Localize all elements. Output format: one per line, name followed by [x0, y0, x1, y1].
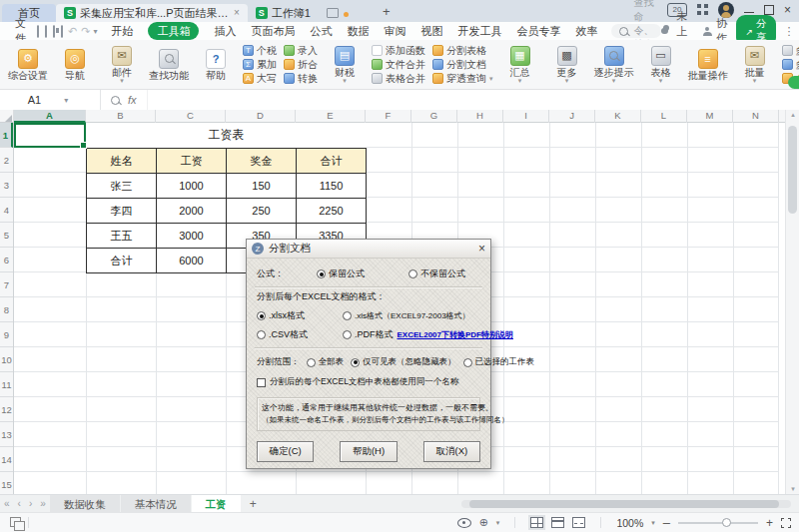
eye-protection-icon[interactable]: [457, 518, 471, 528]
print-icon[interactable]: [53, 25, 55, 38]
table-cell[interactable]: 张三: [87, 174, 157, 199]
row-header-14[interactable]: 14: [0, 447, 13, 472]
more-options-icon[interactable]: [784, 25, 795, 38]
sheet-tab-data-collection[interactable]: 数据收集: [50, 495, 120, 513]
ribbon-batch-operation-button[interactable]: ≡ 批量操作: [688, 49, 728, 81]
zoom-formula-icon[interactable]: [111, 96, 120, 105]
same-name-option[interactable]: 分割后的每个EXCEL文档中表格都使用同一个名称: [257, 376, 480, 388]
ribbon-add-function-button[interactable]: fx添加函数: [372, 45, 425, 56]
table-cell[interactable]: 250: [227, 199, 297, 224]
search-input[interactable]: 查找命令、搜索模板: [611, 24, 661, 38]
radio-no-keep-formula[interactable]: 不保留公式: [408, 267, 465, 280]
horizontal-scrollbar-thumb[interactable]: [469, 500, 779, 508]
scroll-down-icon[interactable]: [786, 485, 799, 493]
row-header-12[interactable]: 12: [0, 397, 13, 422]
column-header-c[interactable]: C: [156, 110, 226, 123]
help-button[interactable]: 帮助(H): [340, 441, 397, 462]
table-header-cell[interactable]: 工资: [157, 149, 227, 174]
ribbon-more-button[interactable]: ▩ 更多: [547, 46, 587, 84]
ribbon-table-button[interactable]: ▭ 表格: [641, 46, 681, 84]
vertical-scrollbar-thumb[interactable]: [788, 126, 797, 214]
ribbon-comprehensive-settings-button[interactable]: ⚙ 综合设置: [8, 49, 48, 81]
record-macro-icon[interactable]: [10, 517, 21, 527]
zoom-level[interactable]: 100%: [616, 517, 643, 529]
undo-icon[interactable]: [68, 25, 77, 38]
table-cell[interactable]: 2250: [297, 199, 367, 224]
column-header-f[interactable]: F: [366, 110, 411, 123]
row-header-7[interactable]: 7: [0, 272, 13, 297]
ribbon-help-button[interactable]: ? 帮助: [196, 49, 236, 81]
home-tab[interactable]: 首页: [2, 4, 56, 22]
document-tab-1[interactable]: 采集应用宝和库...P页面结果mm: [56, 4, 248, 22]
ribbon-navigate-button[interactable]: ◎ 导航: [55, 49, 95, 81]
ribbon-summarize-button[interactable]: ▦ 汇总: [500, 46, 540, 84]
ribbon-uppercase-button[interactable]: A大写: [243, 73, 277, 84]
table-cell[interactable]: 3000: [157, 224, 227, 249]
ribbon-entry-button[interactable]: 录入: [284, 45, 318, 56]
ok-button[interactable]: 确定(C): [257, 441, 314, 462]
zoom-in-button[interactable]: [766, 518, 773, 528]
save-icon[interactable]: [37, 25, 39, 38]
radio-xls-format[interactable]: .xls格式（EXCEL97-2003格式）: [343, 309, 513, 322]
ribbon-income-tax-button[interactable]: T个税: [243, 45, 277, 56]
pdf-help-link[interactable]: EXCEL2007下转换PDF特别说明: [398, 329, 513, 340]
horizontal-scrollbar[interactable]: [461, 500, 791, 508]
table-cell[interactable]: 王五: [87, 224, 157, 249]
zoom-slider[interactable]: [678, 522, 758, 524]
ribbon-multi-sheet-system-button[interactable]: 多表系统: [782, 45, 799, 56]
next-sheet-icon[interactable]: ›: [29, 498, 32, 509]
row-header-11[interactable]: 11: [0, 372, 13, 397]
column-header-k[interactable]: K: [595, 110, 641, 123]
tab-page-layout[interactable]: 页面布局: [251, 24, 295, 39]
table-title[interactable]: 工资表: [86, 123, 367, 148]
tab-review[interactable]: 审阅: [384, 24, 405, 39]
ribbon-drill-query-button[interactable]: 穿透查询: [432, 73, 493, 84]
document-tab-2[interactable]: 工作簿1: [248, 4, 319, 22]
ribbon-merge-tables-button[interactable]: 表格合并: [372, 73, 425, 84]
row-header-10[interactable]: 10: [0, 347, 13, 372]
column-header-a[interactable]: A: [14, 110, 86, 123]
page-layout-view-button[interactable]: [551, 517, 564, 528]
radio-pdf-format[interactable]: .PDF格式 EXCEL2007下转换PDF特别说明: [343, 328, 513, 341]
locate-caret-icon[interactable]: [496, 519, 500, 527]
radio-keep-formula[interactable]: 保留公式: [317, 267, 408, 280]
previous-sheet-icon[interactable]: ‹: [18, 498, 21, 509]
table-cell[interactable]: 李四: [87, 199, 157, 224]
table-header-cell[interactable]: 合计: [297, 149, 367, 174]
row-header-2[interactable]: 2: [0, 148, 13, 173]
table-cell[interactable]: 6000: [157, 249, 227, 273]
tab-efficiency[interactable]: 效率: [575, 24, 597, 39]
row-header-4[interactable]: 4: [0, 198, 13, 223]
table-header-cell[interactable]: 奖金: [227, 149, 297, 174]
radio-all-sheets[interactable]: 全部表: [307, 356, 345, 368]
ribbon-step-hint-button[interactable]: 逐步提示: [594, 46, 634, 84]
table-cell[interactable]: 1000: [157, 174, 227, 199]
ribbon-multi-sheet-rename-button[interactable]: 多表改名: [782, 59, 799, 70]
locate-icon[interactable]: [479, 517, 488, 528]
first-sheet-icon[interactable]: «: [4, 498, 10, 509]
radio-xlsx-format[interactable]: .xlsx格式: [257, 309, 343, 322]
add-sheet-button[interactable]: [250, 497, 257, 511]
assistant-icon[interactable]: [788, 76, 799, 89]
sheet-tab-basic-info[interactable]: 基本情况: [121, 495, 191, 513]
column-header-i[interactable]: I: [503, 110, 549, 123]
column-header-b[interactable]: B: [86, 110, 156, 123]
table-cell[interactable]: 150: [227, 174, 297, 199]
tab-view[interactable]: 视图: [420, 24, 442, 39]
ribbon-convert-currency-button[interactable]: 折合: [284, 59, 318, 70]
name-box-caret-icon[interactable]: [64, 96, 68, 105]
column-header-l[interactable]: L: [641, 110, 687, 123]
ribbon-batch-button[interactable]: ✉ 批量: [735, 46, 775, 84]
column-header-d[interactable]: D: [226, 110, 296, 123]
row-header-13[interactable]: 13: [0, 422, 13, 447]
ribbon-find-function-button[interactable]: 查找功能: [149, 49, 189, 81]
tab-developer[interactable]: 开发工具: [457, 24, 501, 39]
sheet-tab-salary[interactable]: 工资: [192, 495, 241, 513]
new-tab-button[interactable]: [383, 4, 391, 19]
zoom-out-button[interactable]: [663, 518, 670, 528]
column-header-n[interactable]: N: [733, 110, 779, 123]
zoom-slider-thumb[interactable]: [722, 518, 731, 527]
table-header-cell[interactable]: 姓名: [87, 149, 157, 174]
redo-icon[interactable]: [81, 25, 90, 38]
row-header-9[interactable]: 9: [0, 322, 13, 347]
